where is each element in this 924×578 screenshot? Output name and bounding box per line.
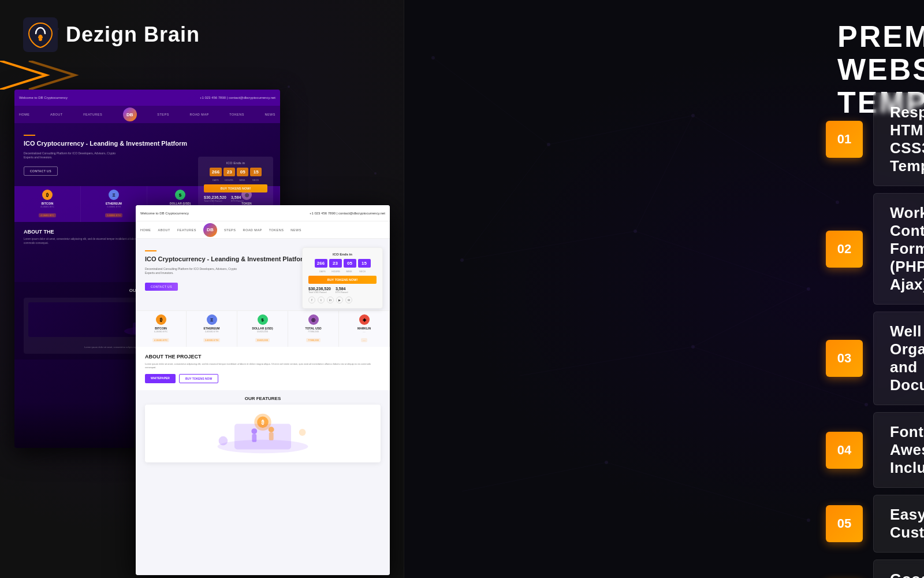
nav-features-dark: FEATURES [83,113,102,116]
social-fb-light: f [308,297,315,303]
ss-stat1-lbl-light: Total USD Raised [308,291,331,294]
ss-hero-sub-dark: Decentralized Consulting Platform for IC… [24,151,116,160]
svg-line-51 [520,347,693,376]
ss-buytokens-btn-light: BUY TOKENS NOW [179,374,218,383]
ss-header-right-light: +1 023 456 7890 | contact@dbcryptocurren… [310,212,385,215]
ss-contact-btn-light: CONTACT US [145,283,178,291]
ss-buy-btn-dark: BUY TOKENS NOW! [204,184,267,192]
ss-header-left-dark: Welcome to DB Cryptocurrency [19,96,68,99]
ss-coin-btc-light: ₿ BITCOIN 4,18481 BTC 4.18481 BTC [136,310,187,347]
svg-line-50 [635,231,808,289]
nav-home-dark: HOME [19,113,30,116]
svg-line-49 [462,231,635,260]
ss-stat2-light: 3,584 ETH Raised [336,287,348,294]
feature-item-05: 05Easy Customization [826,495,907,553]
svg-line-48 [693,116,837,202]
nav-about-dark: ABOUT [50,113,62,116]
feature-label-04: Font Awesome Included [890,423,924,477]
nav-logo-dark: DB [123,108,137,121]
svg-point-42 [251,428,257,434]
feature-number-05: 05 [826,505,863,542]
ss-header-left-light: Welcome to DB Cryptocurrency [140,212,189,215]
svg-point-64 [807,287,810,291]
eth-icon-dark: Ξ [109,190,119,200]
svg-point-67 [605,461,608,464]
right-panel: PREMIUM WEBSITE TEMPLATES 01Responsive H… [404,0,924,578]
feature-label-box-05: Easy Customization [873,495,924,553]
ss-stat2-lbl-dark: ETH Raised [231,199,244,202]
social-tw-light: t [318,297,325,303]
ss-about-desc-light: Lorem ipsum dolor sit amet, consectetur … [145,362,381,369]
svg-line-56 [635,116,693,231]
orange-accent [0,61,116,90]
svg-line-55 [462,144,549,260]
ss-coin-usd-light: $ DOLLAR (USD) 55823,000 55823,000 [237,310,288,347]
svg-point-41 [299,429,306,436]
total-price-light: 77990,000 [290,330,336,333]
ss-coin-eth-light: Ξ ETHEREUM 5,60081 ETH 5.60081 ETH [187,310,237,347]
ss-features-light: OUR FEATURES ₿ [136,390,390,468]
svg-point-68 [807,518,810,522]
ss-coin-btc-dark: ₿ BITCOIN 4,18481 BTC 4.18481 BTC [14,186,81,222]
ss-nav-light: HOME ABOUT FEATURES DB STEPS ROAD MAP TO… [136,221,390,239]
svg-line-47 [549,116,693,144]
feature-item-06: 06Google Font Used [826,560,907,578]
ss-stat1-dark: $30,236,520 Total USD Raised [204,195,226,202]
svg-point-60 [691,114,695,117]
btc-price-dark: 4,18481 BTC [17,205,78,208]
ss-about-title-light: ABOUT THE PROJECT [145,354,381,360]
label-days-dark: DAYS [210,179,222,181]
ss-header-light: Welcome to DB Cryptocurrency +1 023 456 … [136,205,390,221]
nav-about-light: ABOUT [158,228,170,232]
feature-label-03: Well Organized and Documented [890,323,924,394]
feature-item-03: 03Well Organized and Documented [826,312,907,405]
ss-stat2-dark: 3,584 ETH Raised [231,195,244,202]
btc-icon-light: ₿ [156,314,166,325]
logo-text: Dezign Brain [66,23,200,47]
usd-change-light: 55823,000 [255,338,270,342]
svg-line-54 [606,462,808,520]
ss-stat1-lbl-dark: Total USD Raised [204,199,226,202]
ss-header-dark: Welcome to DB Cryptocurrency +1 023 456 … [14,90,280,106]
ss-stats-light: $30,236,520 Total USD Raised 3,584 ETH R… [308,287,377,294]
feature-label-box-03: Well Organized and Documented [873,312,924,405]
label-hours-dark: HOURS [223,179,235,181]
left-panel: Dezign Brain Welcome to DB Cryptocurrenc… [0,0,404,578]
ss-header-right-dark: +1 023 456 7890 | contact@dbcryptocurren… [200,96,275,99]
svg-point-59 [547,143,550,146]
ss-buy-btn-light: BUY TOKENS NOW! [308,276,377,284]
feature-item-02: 02Working Contact Form (PHP, Ajax) [826,193,907,305]
ss-min-light: 05 [344,259,356,268]
feature-label-box-04: Font Awesome Included [873,412,924,488]
svg-point-40 [219,436,228,446]
ss-coin-total-light: ◎ TOTAL USD 77990,000 77990,000 [288,310,339,347]
hero-divider-dark [24,135,35,136]
feature-label-box-02: Working Contact Form (PHP, Ajax) [873,193,924,305]
svg-rect-43 [252,434,256,442]
nav-steps-dark: STEPS [157,113,169,116]
nav-tokens-dark: TOKENS [229,113,244,116]
svg-point-63 [634,229,637,233]
eth-change-light: 5.60081 ETH [203,338,221,342]
ss-social-light: f t in ▶ ✉ [308,297,377,303]
mark-price-light: ..... [341,330,387,333]
usd-price-light: 55823,000 [240,330,285,333]
ss-stat2-lbl-light: ETH Raised [336,291,348,294]
hero-divider-light [145,250,157,251]
logo-icon [23,17,58,52]
nav-news-light: NEWS [290,228,301,232]
usd-icon-light: $ [258,314,268,325]
nav-logo-light: DB [203,223,217,237]
ss-days-light: 266 [315,259,327,268]
total-change-light: 77990,000 [306,338,321,342]
svg-point-62 [460,258,464,262]
btc-change-dark: 4.18481 BTC [39,213,56,217]
ss-min-dark: 05 [237,168,248,176]
ss-coins-row-light: ₿ BITCOIN 4,18481 BTC 4.18481 BTC Ξ ETHE… [136,310,390,347]
nav-features-light: FEATURES [177,228,196,232]
usd-icon-dark: $ [175,190,185,200]
eth-icon-light: Ξ [207,314,217,325]
feature-number-01: 01 [826,121,863,158]
ss-countdown-boxes-light: 266 23 05 15 [308,259,377,268]
nav-roadmap-light: ROAD MAP [243,228,262,232]
